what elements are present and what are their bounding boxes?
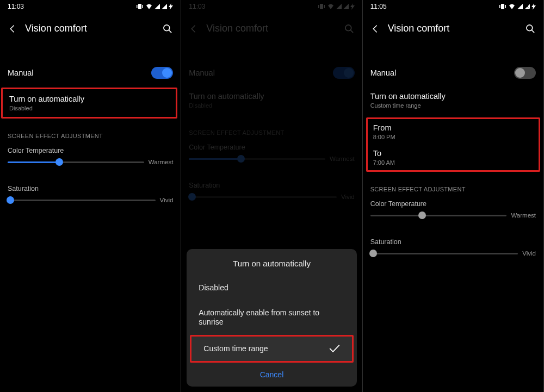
manual-label: Manual	[370, 69, 514, 77]
signal-icon-2	[524, 4, 530, 9]
phone-screenshot-2: 11:03 Vision comfort Manual Turn on auto…	[181, 0, 362, 392]
to-value: 7:00 AM	[373, 159, 533, 166]
search-icon[interactable]	[162, 23, 173, 34]
to-label: To	[373, 149, 533, 158]
manual-toggle[interactable]	[151, 67, 173, 79]
page-title: Vision comfort	[388, 23, 525, 34]
svg-rect-10	[505, 5, 506, 8]
status-bar: 11:03	[0, 0, 181, 13]
auto-dialog: Turn on automatically Disabled Automatic…	[187, 249, 356, 387]
page-title: Vision comfort	[25, 23, 162, 34]
auto-label: Turn on automatically	[9, 95, 169, 103]
back-icon[interactable]	[8, 24, 17, 34]
from-row[interactable]: From 8:00 PM	[368, 119, 539, 145]
from-label: From	[373, 123, 533, 132]
auto-row[interactable]: Turn on automatically Custom time range	[363, 85, 543, 115]
bolt-icon	[531, 3, 536, 10]
manual-toggle[interactable]	[514, 67, 536, 79]
auto-sub: Custom time range	[370, 102, 536, 109]
sat-label: Saturation	[8, 185, 173, 192]
sat-end-label: Vivid	[522, 250, 536, 257]
dialog-option-sunset[interactable]: Automatically enable from sunset to sunr…	[187, 301, 356, 335]
auto-label: Turn on automatically	[370, 92, 536, 101]
svg-rect-2	[143, 5, 144, 8]
dialog-cancel[interactable]: Cancel	[187, 363, 356, 382]
status-bar: 11:05	[363, 0, 543, 13]
to-row[interactable]: To 7:00 AM	[368, 145, 539, 170]
color-temp-slider[interactable]: Color Temperature Warmest	[363, 198, 543, 223]
app-header: Vision comfort	[0, 13, 181, 42]
section-header: SCREEN EFFECT ADJUSTMENT	[363, 172, 543, 198]
status-icons	[499, 3, 536, 10]
search-icon[interactable]	[525, 23, 536, 34]
saturation-slider[interactable]: Saturation Vivid	[0, 183, 181, 208]
sat-end-label: Vivid	[160, 197, 174, 203]
manual-row[interactable]: Manual	[0, 60, 181, 85]
signal-icon-2	[162, 4, 167, 9]
check-icon	[329, 344, 340, 353]
ct-label: Color Temperature	[8, 147, 173, 154]
wifi-icon	[145, 3, 153, 10]
svg-rect-1	[137, 5, 138, 8]
dialog-option-disabled[interactable]: Disabled	[187, 276, 356, 301]
manual-label: Manual	[8, 69, 151, 77]
svg-rect-0	[138, 4, 141, 9]
wifi-icon	[508, 3, 516, 10]
section-header: SCREEN EFFECT ADJUSTMENT	[0, 119, 181, 145]
status-icons	[136, 3, 173, 10]
dialog-title: Turn on automatically	[187, 257, 356, 276]
vibrate-icon	[136, 3, 144, 10]
sat-label: Saturation	[370, 238, 536, 246]
saturation-slider[interactable]: Saturation Vivid	[363, 236, 543, 261]
status-time: 11:05	[370, 3, 387, 10]
ct-end-label: Warmest	[149, 159, 174, 165]
svg-rect-8	[501, 4, 504, 9]
auto-sub: Disabled	[9, 105, 169, 111]
svg-rect-9	[499, 5, 500, 8]
signal-icon	[517, 4, 523, 9]
status-time: 11:03	[8, 3, 24, 10]
phone-screenshot-3: 11:05 Vision comfort Manual Turn on auto…	[363, 0, 544, 392]
bolt-icon	[169, 3, 173, 10]
ct-label: Color Temperature	[370, 200, 536, 208]
back-icon[interactable]	[370, 24, 380, 34]
vibrate-icon	[499, 3, 506, 10]
auto-row[interactable]: Turn on automatically Disabled	[3, 89, 176, 117]
from-value: 8:00 PM	[373, 134, 533, 140]
manual-row[interactable]: Manual	[363, 60, 543, 85]
app-header: Vision comfort	[363, 13, 543, 42]
ct-end-label: Warmest	[511, 212, 536, 219]
dialog-option-custom[interactable]: Custom time range	[191, 337, 351, 362]
color-temp-slider[interactable]: Color Temperature Warmest	[0, 145, 181, 170]
signal-icon	[154, 4, 160, 9]
phone-screenshot-1: 11:03 Vision comfort Manual Turn on auto…	[0, 0, 181, 392]
